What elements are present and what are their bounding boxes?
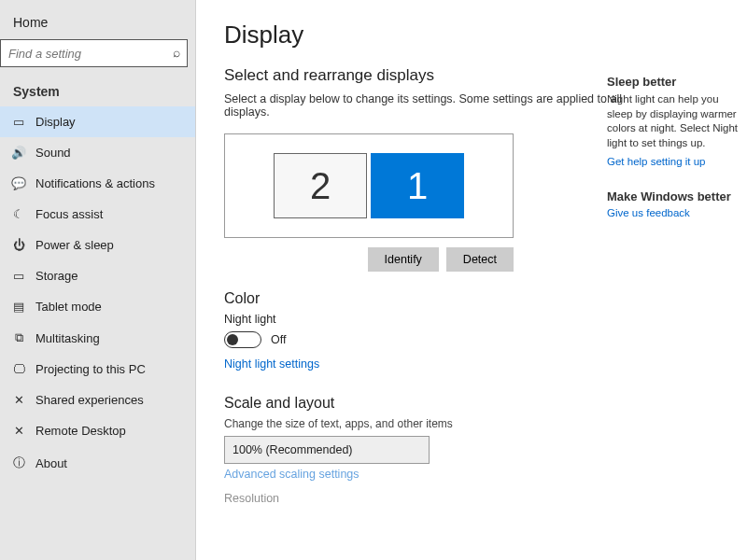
nav-label: Multitasking xyxy=(35,331,100,345)
sleep-better-body: Night light can help you sleep by displa… xyxy=(607,92,738,150)
nav-icon: ☾ xyxy=(11,207,26,221)
sidebar-item-remote-desktop[interactable]: ✕Remote Desktop xyxy=(0,415,195,446)
nav-label: Power & sleep xyxy=(35,238,114,252)
scale-dropdown[interactable]: 100% (Recommended) xyxy=(224,436,430,464)
sidebar-item-shared-experiences[interactable]: ✕Shared experiences xyxy=(0,385,195,415)
sidebar-item-display[interactable]: ▭Display xyxy=(0,106,195,137)
nav-label: Notifications & actions xyxy=(35,176,155,190)
sidebar-item-power-sleep[interactable]: ⏻Power & sleep xyxy=(0,230,195,260)
night-light-state: Off xyxy=(271,333,286,346)
sleep-help-link[interactable]: Get help setting it up xyxy=(607,156,738,167)
nav-icon: ▤ xyxy=(11,300,26,314)
nav-icon: 💬 xyxy=(11,176,26,190)
nav-label: Display xyxy=(35,115,76,129)
nav-label: Storage xyxy=(35,269,78,283)
sidebar-item-about[interactable]: ⓘAbout xyxy=(0,446,195,480)
nav-label: Shared experiences xyxy=(35,393,144,407)
nav-label: Tablet mode xyxy=(35,300,102,314)
nav-icon: ⧉ xyxy=(11,330,26,345)
sidebar-section-heading: System xyxy=(0,78,195,106)
nav-icon: ✕ xyxy=(11,393,26,407)
nav-icon: ✕ xyxy=(11,424,26,438)
advanced-scaling-link[interactable]: Advanced scaling settings xyxy=(224,468,359,481)
display-monitor-2[interactable]: 2 xyxy=(274,153,367,218)
sidebar-item-multitasking[interactable]: ⧉Multitasking xyxy=(0,322,195,354)
arrange-desc: Select a display below to change its set… xyxy=(224,92,626,119)
nav-label: About xyxy=(35,456,67,470)
sidebar-item-focus-assist[interactable]: ☾Focus assist xyxy=(0,199,195,230)
nav-icon: ⓘ xyxy=(11,455,26,471)
nav-icon: 🔊 xyxy=(11,146,26,160)
search-box: ⌕ xyxy=(0,39,188,67)
nav-label: Projecting to this PC xyxy=(35,362,146,376)
display-arrange-box[interactable]: 2 1 xyxy=(224,133,514,238)
search-input[interactable] xyxy=(0,39,188,67)
nav-icon: 🖵 xyxy=(11,362,26,376)
sidebar-item-sound[interactable]: 🔊Sound xyxy=(0,137,195,168)
feedback-title: Make Windows better xyxy=(607,189,738,203)
scale-value: 100% (Recommended) xyxy=(233,443,353,456)
nav-icon: ▭ xyxy=(11,115,26,129)
nav-icon: ▭ xyxy=(11,269,26,283)
nav-label: Remote Desktop xyxy=(35,424,126,438)
home-link[interactable]: Home xyxy=(0,9,195,39)
nav-label: Focus assist xyxy=(35,207,103,221)
search-icon: ⌕ xyxy=(173,45,180,60)
sidebar-item-storage[interactable]: ▭Storage xyxy=(0,260,195,291)
sleep-better-title: Sleep better xyxy=(607,75,738,89)
sidebar-item-projecting-to-this-pc[interactable]: 🖵Projecting to this PC xyxy=(0,354,195,385)
tips-pane: Sleep better Night light can help you sl… xyxy=(607,0,747,560)
nav-icon: ⏻ xyxy=(11,238,26,252)
settings-sidebar: Home ⌕ System ▭Display🔊Sound💬Notificatio… xyxy=(0,0,196,560)
night-light-toggle[interactable] xyxy=(224,331,261,348)
detect-button[interactable]: Detect xyxy=(446,247,514,272)
sidebar-item-tablet-mode[interactable]: ▤Tablet mode xyxy=(0,291,195,322)
feedback-link[interactable]: Give us feedback xyxy=(607,207,738,218)
nav-label: Sound xyxy=(35,146,71,160)
night-light-settings-link[interactable]: Night light settings xyxy=(224,357,319,371)
display-monitor-1[interactable]: 1 xyxy=(371,153,464,218)
sidebar-item-notifications-actions[interactable]: 💬Notifications & actions xyxy=(0,168,195,199)
identify-button[interactable]: Identify xyxy=(368,247,439,272)
